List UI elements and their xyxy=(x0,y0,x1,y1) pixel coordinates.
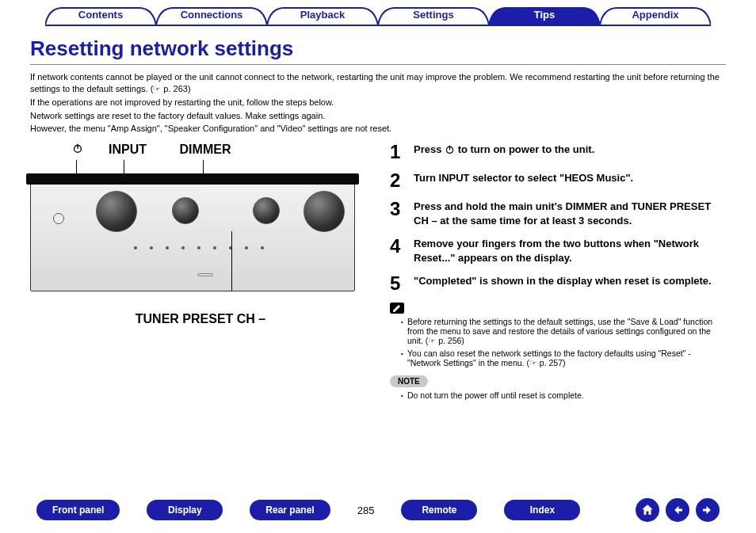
home-button[interactable] xyxy=(636,498,659,522)
label-dimmer: DIMMER xyxy=(170,143,241,157)
label-input: INPUT xyxy=(100,143,155,157)
page-title: Resetting network settings xyxy=(30,36,726,65)
step-number: 3 xyxy=(390,200,404,227)
device-illustration: INPUT DIMMER xyxy=(30,143,371,403)
step-text: Turn INPUT selector to select "HEOS Musi… xyxy=(414,171,726,190)
power-icon xyxy=(445,144,455,154)
step-row: 2 Turn INPUT selector to select "HEOS Mu… xyxy=(390,171,726,190)
step-text: "Completed" is shown in the display when… xyxy=(414,274,726,293)
prev-page-button[interactable] xyxy=(666,498,689,522)
label-tuner-preset: TUNER PRESET CH – xyxy=(30,312,371,326)
step-text-fragment: Press xyxy=(414,143,445,155)
btn-rear-panel[interactable]: Rear panel xyxy=(250,500,330,520)
tab-tips[interactable]: Tips xyxy=(489,6,600,29)
intro-block: If network contents cannot be played or … xyxy=(30,71,726,135)
step-text-fragment: to turn on power to the unit. xyxy=(455,143,594,155)
page-content: Resetting network settings If network co… xyxy=(0,36,756,403)
tab-connections[interactable]: Connections xyxy=(156,6,267,29)
btn-display[interactable]: Display xyxy=(147,500,223,520)
power-icon xyxy=(70,143,86,157)
btn-remote[interactable]: Remote xyxy=(401,500,477,520)
intro-paragraph: If network contents cannot be played or … xyxy=(30,71,726,95)
step-row: 1 Press to turn on power to the unit. xyxy=(390,143,726,162)
tab-settings[interactable]: Settings xyxy=(378,6,489,29)
tab-playback[interactable]: Playback xyxy=(267,6,378,29)
note-list: Do not turn the power off until reset is… xyxy=(390,390,726,400)
step-number: 4 xyxy=(390,237,404,265)
tab-appendix[interactable]: Appendix xyxy=(600,6,711,29)
step-text: Press and hold the main unit's DIMMER an… xyxy=(414,200,726,227)
step-row: 3 Press and hold the main unit's DIMMER … xyxy=(390,200,726,227)
steps-column: 1 Press to turn on power to the unit. 2 … xyxy=(390,143,726,403)
tab-label: Connections xyxy=(181,9,243,21)
note-item: Do not turn the power off until reset is… xyxy=(401,390,726,400)
btn-front-panel[interactable]: Front panel xyxy=(36,500,120,520)
device-knob xyxy=(172,197,199,224)
tab-label: Playback xyxy=(300,9,345,21)
tab-contents[interactable]: Contents xyxy=(45,6,156,29)
device-input-knob xyxy=(96,191,137,232)
step-text: Remove your fingers from the two buttons… xyxy=(414,237,726,265)
tab-label: Contents xyxy=(78,9,123,21)
step-row: 4 Remove your fingers from the two butto… xyxy=(390,237,726,265)
intro-paragraph: Network settings are reset to the factor… xyxy=(30,110,726,122)
arrow-left-icon xyxy=(670,503,685,517)
step-number: 5 xyxy=(390,274,404,293)
device-volume-knob xyxy=(304,191,345,232)
bottom-nav: Front panel Display Rear panel 285 Remot… xyxy=(0,498,756,522)
page-number: 285 xyxy=(357,504,375,516)
step-row: 5 "Completed" is shown in the display wh… xyxy=(390,274,726,293)
device-power-button xyxy=(53,213,64,224)
tips-list: Before returning the settings to the def… xyxy=(390,317,726,367)
step-number: 2 xyxy=(390,171,404,190)
next-page-button[interactable] xyxy=(696,498,720,522)
intro-paragraph: However, the menu "Amp Assign", "Speaker… xyxy=(30,123,726,135)
arrow-right-icon xyxy=(701,503,715,517)
tip-item: Before returning the settings to the def… xyxy=(401,317,726,345)
tab-label: Tips xyxy=(534,9,556,21)
intro-paragraph: If the operations are not improved by re… xyxy=(30,97,726,109)
device-knob xyxy=(253,197,280,224)
btn-index[interactable]: Index xyxy=(504,500,580,520)
tip-icon xyxy=(390,303,404,314)
step-text: Press to turn on power to the unit. xyxy=(414,143,726,162)
home-icon xyxy=(640,503,655,517)
top-nav-tabs: Contents Connections Playback Settings T… xyxy=(0,0,756,36)
step-number: 1 xyxy=(390,143,404,162)
note-badge: NOTE xyxy=(390,375,428,387)
tab-label: Settings xyxy=(413,9,453,21)
tip-item: You can also reset the network settings … xyxy=(401,348,726,367)
device-front-panel xyxy=(30,181,355,291)
tab-label: Appendix xyxy=(632,9,678,21)
